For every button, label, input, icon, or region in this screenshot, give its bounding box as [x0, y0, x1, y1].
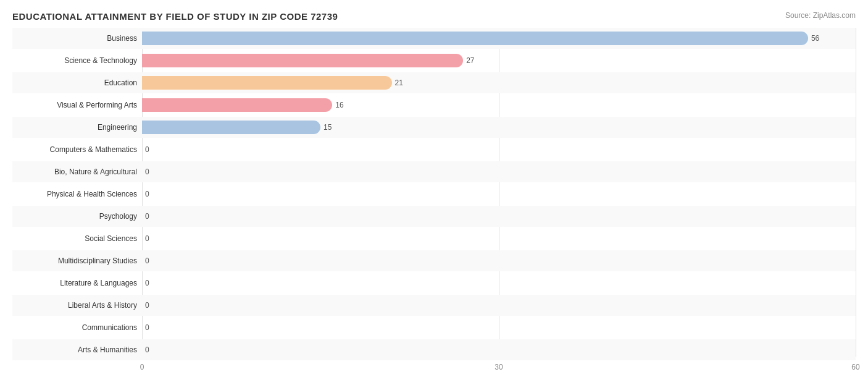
bar-label: Multidisciplinary Studies	[12, 256, 142, 265]
bar-row: Literature & Languages0	[12, 273, 856, 294]
bar-label: Science & Technology	[12, 56, 142, 65]
bar-row: Psychology0	[12, 206, 856, 227]
bar-row: Arts & Humanities0	[12, 339, 856, 360]
bar-row: Computers & Mathematics0	[12, 139, 856, 160]
bar-value: 0	[145, 345, 149, 354]
bar-value: 0	[145, 190, 149, 198]
bar-value: 0	[145, 167, 149, 176]
bar-label: Visual & Performing Arts	[12, 101, 142, 109]
bar-fill	[142, 98, 332, 112]
bar-row: Multidisciplinary Studies0	[12, 250, 856, 271]
bar-value: 0	[145, 279, 149, 287]
x-axis-tick: 60	[851, 363, 859, 371]
bar-row: Business56	[12, 28, 856, 49]
bar-fill	[142, 32, 808, 45]
bar-label: Communications	[12, 323, 142, 332]
bar-label: Arts & Humanities	[12, 345, 142, 354]
bar-row: Science & Technology27	[12, 50, 856, 71]
bar-label: Bio, Nature & Agricultural	[12, 167, 142, 176]
bar-fill	[142, 121, 320, 134]
bar-value: 15	[323, 123, 332, 132]
bar-value: 21	[395, 78, 403, 87]
bar-label: Business	[12, 34, 142, 43]
bar-value: 0	[145, 323, 149, 332]
bar-row: Engineering15	[12, 117, 856, 138]
chart-title: EDUCATIONAL ATTAINMENT BY FIELD OF STUDY…	[12, 11, 856, 22]
bar-row: Education21	[12, 72, 856, 93]
bar-row: Physical & Health Sciences0	[12, 184, 856, 205]
bar-label: Education	[12, 78, 142, 87]
bar-row: Social Sciences0	[12, 228, 856, 249]
bar-row: Communications0	[12, 317, 856, 338]
bar-label: Engineering	[12, 123, 142, 132]
bar-row: Liberal Arts & History0	[12, 295, 856, 316]
bar-label: Social Sciences	[12, 234, 142, 243]
bar-value: 0	[145, 301, 149, 310]
bar-label: Psychology	[12, 212, 142, 221]
bar-value: 0	[145, 234, 149, 243]
chart-container: EDUCATIONAL ATTAINMENT BY FIELD OF STUDY…	[0, 0, 868, 390]
x-axis-tick: 30	[495, 363, 503, 371]
bar-value: 56	[811, 34, 819, 43]
bar-fill	[142, 76, 392, 90]
bar-label: Computers & Mathematics	[12, 145, 142, 154]
bar-value: 0	[145, 212, 149, 221]
x-axis-tick: 0	[140, 363, 144, 371]
bar-value: 27	[466, 56, 474, 65]
bar-value: 0	[145, 256, 149, 265]
bar-value: 0	[145, 145, 149, 154]
bar-row: Bio, Nature & Agricultural0	[12, 161, 856, 182]
bar-row: Visual & Performing Arts16	[12, 95, 856, 116]
bar-label: Physical & Health Sciences	[12, 190, 142, 198]
bar-fill	[142, 54, 463, 67]
bar-value: 16	[335, 101, 343, 109]
bar-label: Liberal Arts & History	[12, 301, 142, 310]
bar-label: Literature & Languages	[12, 279, 142, 287]
chart-source: Source: ZipAtlas.com	[785, 11, 856, 20]
